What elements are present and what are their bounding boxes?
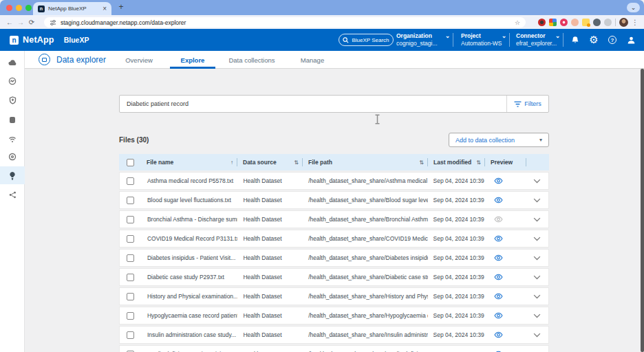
column-header-last-modified[interactable]: Last modified⇅ <box>428 154 485 170</box>
sort-icon[interactable]: ⇅ <box>294 160 299 166</box>
column-header-preview: Preview <box>485 154 526 170</box>
forward-icon[interactable]: → <box>15 19 26 26</box>
row-expand-chevron-icon[interactable] <box>526 173 548 189</box>
sidebar-item-mobility[interactable] <box>0 131 25 147</box>
minimize-window-button[interactable] <box>16 5 22 11</box>
column-header-file-path[interactable]: File path⇅ <box>303 154 428 170</box>
tab-data-collections[interactable]: Data collections <box>222 51 281 69</box>
sort-ascending-icon[interactable]: ↑ <box>230 160 233 166</box>
browser-menu-icon[interactable]: ⋮ <box>632 19 638 26</box>
brand-logo[interactable]: n NetApp BlueXP <box>10 35 89 45</box>
column-header-data-source[interactable]: Data source⇅ <box>237 154 303 170</box>
row-checkbox[interactable] <box>127 177 134 185</box>
row-checkbox[interactable] <box>127 254 134 262</box>
row-expand-chevron-icon[interactable] <box>526 192 548 208</box>
sort-icon[interactable]: ⇅ <box>419 160 424 166</box>
column-header-file-name[interactable]: File name↑ <box>141 154 237 170</box>
row-checkbox[interactable] <box>127 293 134 300</box>
project-selector[interactable]: Project⌄ Automation-WS <box>461 32 506 47</box>
reload-icon[interactable]: ⟳ <box>26 19 37 26</box>
file-name-cell: Diabetic case study P2937.txt <box>142 269 238 285</box>
extension-icon-5[interactable] <box>582 19 590 26</box>
file-path-cell: /health_dataset_share_share/Insulin defi… <box>303 346 427 352</box>
tab-search-chevron-icon[interactable]: ⌄ <box>627 3 640 12</box>
row-expand-chevron-icon[interactable] <box>526 327 548 343</box>
preview-eye-icon[interactable] <box>494 216 503 223</box>
file-search-bar: Filters <box>119 95 549 113</box>
address-bar[interactable]: staging.cloudmanager.netapp.com/data-exp… <box>44 17 526 28</box>
row-expand-chevron-icon[interactable] <box>526 250 548 266</box>
extension-icon-4[interactable] <box>571 19 579 26</box>
extension-icon-2[interactable] <box>549 19 557 26</box>
sidebar-item-storage[interactable] <box>0 54 25 71</box>
preview-eye-icon[interactable] <box>494 293 503 300</box>
tab-overview[interactable]: Overview <box>115 51 163 69</box>
notifications-bell-icon[interactable] <box>570 35 580 45</box>
browser-tab[interactable]: n NetApp BlueXP × <box>33 2 111 15</box>
extension-icon-7[interactable] <box>604 19 612 26</box>
row-expand-chevron-icon[interactable] <box>526 211 548 228</box>
page-scrollbar[interactable] <box>641 69 644 352</box>
preview-eye-icon[interactable] <box>494 331 503 338</box>
row-expand-chevron-icon[interactable] <box>526 346 548 352</box>
row-checkbox[interactable] <box>127 197 134 204</box>
connector-selector[interactable]: Connector⌄ efrat_explorer... <box>516 32 560 47</box>
header-divider <box>509 33 510 47</box>
select-all-checkbox[interactable] <box>127 159 134 166</box>
macos-window-controls[interactable] <box>6 5 32 11</box>
extension-icon-6[interactable] <box>593 19 601 26</box>
settings-gear-icon[interactable]: ⚙ <box>589 35 599 45</box>
row-expand-chevron-icon[interactable] <box>526 307 548 324</box>
add-to-data-collection-button[interactable]: Add to data collection ▾ <box>449 133 549 147</box>
table-row: Bronchial Asthma - Discharge summary... … <box>119 210 549 228</box>
organization-selector[interactable]: Organization⌄ cognigo_stagi... <box>396 32 450 47</box>
file-path-cell: /health_dataset_share_share/Blood sugar … <box>303 192 427 208</box>
site-settings-icon[interactable] <box>50 19 56 26</box>
bookmark-star-icon[interactable]: ☆ <box>515 19 520 26</box>
table-header: File name↑ Data source⇅ File path⇅ Last … <box>119 154 549 170</box>
extension-icon-3[interactable] <box>560 19 568 26</box>
row-checkbox[interactable] <box>127 235 134 243</box>
table-row: Diabetic case study P2937.txt Health Dat… <box>119 268 549 286</box>
new-tab-button[interactable]: + <box>116 1 127 12</box>
url-text[interactable]: staging.cloudmanager.netapp.com/data-exp… <box>61 19 511 26</box>
row-expand-chevron-icon[interactable] <box>526 230 548 247</box>
project-value: Automation-WS <box>461 40 506 47</box>
chevron-down-icon: ⌄ <box>555 32 560 39</box>
sidebar-item-classification[interactable] <box>0 166 25 184</box>
preview-eye-icon[interactable] <box>494 197 503 204</box>
help-icon[interactable]: ? <box>608 35 617 45</box>
filters-button[interactable]: Filters <box>506 96 548 112</box>
row-checkbox[interactable] <box>127 274 134 281</box>
tab-manage[interactable]: Manage <box>293 51 332 69</box>
sidebar-item-health[interactable] <box>0 73 25 89</box>
tab-close-icon[interactable]: × <box>103 5 107 12</box>
close-window-button[interactable] <box>6 5 12 11</box>
row-expand-chevron-icon[interactable] <box>526 269 548 285</box>
row-checkbox[interactable] <box>127 312 134 320</box>
preview-eye-icon[interactable] <box>494 254 503 261</box>
row-checkbox[interactable] <box>127 331 134 339</box>
tab-explore[interactable]: Explore <box>170 51 215 69</box>
sidebar-item-extensions[interactable] <box>0 148 25 165</box>
search-input[interactable] <box>120 96 506 112</box>
row-expand-chevron-icon[interactable] <box>526 288 548 305</box>
row-checkbox[interactable] <box>127 216 134 223</box>
data-source-cell: Health Dataset <box>237 192 303 208</box>
sidebar-item-governance[interactable] <box>0 111 25 128</box>
table-row: Insulin administration case study... Hea… <box>119 326 549 344</box>
data-source-cell: Health Dataset <box>237 327 303 343</box>
maximize-window-button[interactable] <box>25 5 32 11</box>
preview-eye-icon[interactable] <box>494 312 503 319</box>
sidebar-item-sync[interactable] <box>0 186 25 203</box>
bluexp-search-button[interactable]: BlueXP Search <box>339 34 394 46</box>
preview-eye-icon[interactable] <box>494 235 503 242</box>
preview-eye-icon[interactable] <box>494 274 503 280</box>
sidebar-item-protection[interactable] <box>0 92 25 109</box>
profile-avatar[interactable] <box>619 18 628 27</box>
extension-icon-1[interactable] <box>538 19 546 26</box>
preview-eye-icon[interactable] <box>494 177 503 184</box>
back-icon[interactable]: ← <box>4 19 15 26</box>
account-icon[interactable] <box>626 35 636 45</box>
sort-icon[interactable]: ⇅ <box>476 160 481 166</box>
